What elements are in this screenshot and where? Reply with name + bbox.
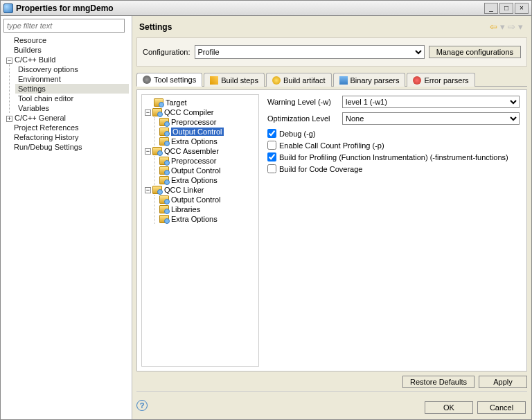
profiling-checkbox[interactable]	[267, 152, 276, 161]
tool-linker-extra[interactable]: Extra Options	[159, 214, 256, 224]
folder-icon	[159, 157, 169, 165]
config-bar: Configuration: Profile Manage configurat…	[136, 37, 527, 67]
tool-tree: Target −QCC Compiler Preprocessor Output…	[141, 94, 259, 367]
tool-compiler-output[interactable]: Output Control	[159, 127, 256, 137]
tool-linker-libraries[interactable]: Libraries	[159, 204, 256, 214]
nav-settings[interactable]: Settings	[15, 84, 129, 94]
tool-assembler-extra[interactable]: Extra Options	[159, 175, 256, 185]
title-bar: Properties for mngDemo _ □ ×	[1, 1, 531, 16]
tab-build-steps[interactable]: Build steps	[204, 73, 265, 87]
debug-checkbox[interactable]	[267, 129, 276, 138]
folder-icon	[159, 118, 169, 126]
nav-builders[interactable]: Builders	[3, 45, 129, 55]
folder-icon	[152, 186, 162, 194]
folder-icon	[159, 176, 169, 184]
gear-icon	[143, 76, 151, 84]
nav-toolchain[interactable]: Tool chain editor	[15, 94, 129, 103]
page-buttons: Restore Defaults Apply	[136, 371, 527, 392]
folder-icon	[159, 137, 169, 146]
config-select[interactable]: Profile	[195, 45, 425, 59]
page-title: Settings	[139, 22, 488, 32]
profiling-label: Build for Profiling (Function Instrument…	[279, 153, 508, 161]
nav-environment[interactable]: Environment	[15, 74, 129, 84]
tab-error-parsers[interactable]: Error parsers	[407, 73, 475, 87]
tool-compiler-preproc[interactable]: Preprocessor	[159, 117, 256, 127]
forward-dropdown-icon[interactable]: ▾	[518, 21, 523, 32]
folder-icon	[159, 195, 169, 204]
tool-compiler[interactable]: −QCC Compiler	[145, 107, 256, 117]
ok-button[interactable]: OK	[425, 401, 473, 414]
config-label: Configuration:	[143, 48, 190, 56]
nav-ccbuild[interactable]: −C/C++ Build	[3, 55, 129, 64]
callcount-checkbox[interactable]	[267, 141, 276, 150]
nav-resource[interactable]: Resource	[3, 35, 129, 45]
steps-icon	[210, 76, 218, 85]
error-icon	[413, 76, 421, 85]
folder-icon	[152, 108, 162, 116]
tool-target[interactable]: Target	[145, 98, 256, 107]
app-icon	[3, 3, 13, 13]
artifact-icon	[272, 76, 281, 85]
tab-bar: Tool settings Build steps Build artifact…	[136, 72, 527, 87]
apply-button[interactable]: Apply	[479, 376, 527, 388]
folder-icon	[154, 98, 163, 107]
nav-ccgeneral[interactable]: +C/C++ General	[3, 113, 129, 123]
folder-icon	[159, 128, 169, 136]
folder-icon	[159, 166, 169, 175]
filter-input[interactable]	[3, 19, 125, 33]
callcount-label: Enable Call Count Profiling (-p)	[279, 141, 384, 150]
nav-discovery[interactable]: Discovery options	[15, 64, 129, 74]
debug-label: Debug (-g)	[279, 130, 316, 138]
window-title: Properties for mngDemo	[16, 3, 483, 13]
binary-icon	[339, 76, 348, 85]
tab-tool-settings[interactable]: Tool settings	[136, 73, 202, 87]
tool-form: Warning Level (-w) level 1 (-w1) Optimiz…	[265, 94, 522, 367]
page-header: Settings ⇦ ▾ ⇨ ▾	[136, 17, 527, 36]
tool-assembler-preproc[interactable]: Preprocessor	[159, 156, 256, 166]
coverage-checkbox[interactable]	[267, 164, 276, 173]
warning-level-select[interactable]: level 1 (-w1)	[342, 96, 520, 108]
maximize-button[interactable]: □	[499, 3, 513, 14]
restore-defaults-button[interactable]: Restore Defaults	[402, 376, 475, 388]
nav-pane: Resource Builders −C/C++ Build Discovery…	[1, 16, 132, 419]
nav-refactor[interactable]: Refactoring History	[3, 132, 129, 142]
tab-build-artifact[interactable]: Build artifact	[266, 73, 332, 87]
tool-assembler-output[interactable]: Output Control	[159, 166, 256, 175]
optimization-label: Optimization Level	[267, 114, 342, 123]
back-dropdown-icon[interactable]: ▾	[500, 21, 505, 32]
back-arrow-icon[interactable]: ⇦	[490, 21, 497, 32]
main-pane: Settings ⇦ ▾ ⇨ ▾ Configuration: Profile …	[132, 16, 531, 419]
tab-binary-parsers[interactable]: Binary parsers	[333, 73, 406, 87]
manage-config-button[interactable]: Manage configurations	[429, 46, 521, 58]
settings-body: Target −QCC Compiler Preprocessor Output…	[136, 89, 527, 371]
close-button[interactable]: ×	[515, 3, 529, 14]
nav-rundebug[interactable]: Run/Debug Settings	[3, 142, 129, 152]
nav-tree: Resource Builders −C/C++ Build Discovery…	[3, 35, 129, 417]
tool-linker[interactable]: −QCC Linker	[145, 185, 256, 195]
tool-assembler[interactable]: −QCC Assembler	[145, 146, 256, 156]
forward-arrow-icon[interactable]: ⇨	[508, 21, 515, 32]
folder-icon	[159, 205, 169, 213]
cancel-button[interactable]: Cancel	[477, 401, 526, 414]
folder-icon	[159, 215, 169, 223]
dialog-footer: ? OK Cancel	[136, 392, 527, 415]
minimize-button[interactable]: _	[484, 3, 498, 14]
warning-level-label: Warning Level (-w)	[267, 98, 342, 106]
optimization-select[interactable]: None	[342, 112, 520, 125]
folder-icon	[152, 147, 162, 155]
coverage-label: Build for Code Coverage	[279, 165, 362, 173]
tool-compiler-extra[interactable]: Extra Options	[159, 137, 256, 146]
nav-projrefs[interactable]: Project References	[3, 123, 129, 132]
tool-linker-output[interactable]: Output Control	[159, 195, 256, 204]
nav-variables[interactable]: Variables	[15, 103, 129, 113]
help-icon[interactable]: ?	[136, 400, 148, 411]
